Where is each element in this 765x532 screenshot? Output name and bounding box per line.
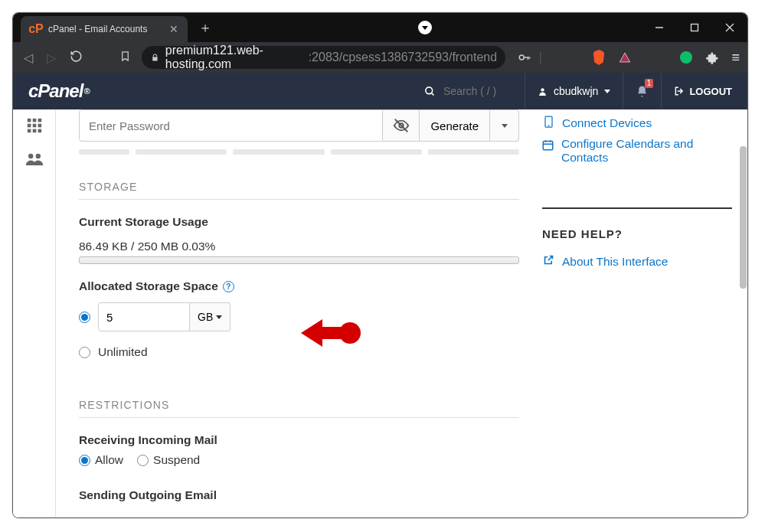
storage-section-title: STORAGE xyxy=(79,181,519,200)
logout-icon xyxy=(674,86,685,96)
allocated-unlimited-radio[interactable] xyxy=(79,347,90,358)
window-maximize-button[interactable] xyxy=(677,13,712,42)
bookmark-icon[interactable] xyxy=(116,47,134,68)
nav-reload-button[interactable] xyxy=(67,47,86,69)
svg-point-18 xyxy=(35,154,40,158)
password-input[interactable] xyxy=(79,109,383,142)
svg-rect-10 xyxy=(38,119,41,122)
generate-options-button[interactable] xyxy=(490,109,519,142)
allocated-unit-select[interactable]: GB xyxy=(190,302,230,331)
about-interface-link[interactable]: About This Interface xyxy=(542,254,732,269)
tab-close-icon[interactable]: ✕ xyxy=(169,23,178,35)
header-search[interactable] xyxy=(424,85,512,97)
generate-button[interactable]: Generate xyxy=(420,109,490,142)
suspend-label: Suspend xyxy=(153,453,200,467)
browser-tab[interactable]: cP cPanel - Email Accounts ✕ xyxy=(21,16,188,42)
receiving-allow-radio[interactable] xyxy=(79,455,90,466)
user-icon xyxy=(538,86,548,96)
sidebar xyxy=(13,109,56,517)
extensions-icon[interactable] xyxy=(705,51,719,64)
cpanel-header: cPanel® cbudkwjn 1 LOGOUT xyxy=(13,73,747,109)
sidebar-grid-icon[interactable] xyxy=(26,117,43,138)
calendar-icon xyxy=(542,139,554,154)
allocated-custom-radio[interactable] xyxy=(79,312,90,323)
svg-rect-1 xyxy=(691,24,698,31)
current-usage-label: Current Storage Usage xyxy=(79,215,519,229)
sidebar-users-icon[interactable] xyxy=(25,152,44,171)
svg-point-4 xyxy=(519,55,524,60)
allow-label: Allow xyxy=(95,453,123,467)
user-menu[interactable]: cbudkwjn xyxy=(525,73,623,109)
unlimited-label: Unlimited xyxy=(98,345,148,359)
window-minimize-button[interactable] xyxy=(642,13,677,42)
svg-point-7 xyxy=(541,88,544,91)
url-bar[interactable]: premium121.web-hosting.com:2083/cpsess13… xyxy=(142,46,505,69)
need-help-heading: NEED HELP? xyxy=(542,227,732,240)
svg-rect-8 xyxy=(27,119,31,122)
url-host: premium121.web-hosting.com xyxy=(165,44,302,71)
browser-address-bar: ◁ ▷ premium121.web-hosting.com:2083/cpse… xyxy=(13,42,747,73)
receiving-suspend-radio[interactable] xyxy=(137,455,149,466)
nav-forward-button[interactable]: ▷ xyxy=(44,47,59,68)
mobile-icon xyxy=(542,116,554,131)
right-panel: Connect Devices Configure Calendars and … xyxy=(542,109,747,517)
svg-rect-9 xyxy=(32,119,36,122)
brave-shield-icon[interactable] xyxy=(592,51,606,64)
key-icon[interactable] xyxy=(518,51,531,64)
cpanel-favicon-icon: cP xyxy=(30,23,42,35)
nav-back-button[interactable]: ◁ xyxy=(21,47,36,68)
url-path: :2083/cpsess1386732593/frontend/pap… xyxy=(309,51,496,64)
username: cbudkwjn xyxy=(554,85,598,97)
connect-devices-link[interactable]: Connect Devices xyxy=(542,116,732,131)
svg-rect-15 xyxy=(32,129,36,133)
sending-mail-label: Sending Outgoing Email xyxy=(79,488,519,502)
lock-icon xyxy=(151,53,159,63)
svg-rect-16 xyxy=(38,129,41,133)
extension-green-icon[interactable] xyxy=(679,51,693,64)
external-link-icon xyxy=(542,254,554,269)
notification-badge: 1 xyxy=(645,79,654,88)
browser-menu-icon[interactable]: ≡ xyxy=(731,50,740,66)
logout-button[interactable]: LOGOUT xyxy=(662,86,732,97)
password-strength-meter xyxy=(79,149,519,155)
search-input[interactable] xyxy=(443,85,512,97)
svg-line-6 xyxy=(431,93,433,95)
triangle-icon[interactable] xyxy=(618,51,632,64)
usage-progress-bar xyxy=(79,256,519,264)
svg-rect-25 xyxy=(543,142,553,150)
current-usage-value: 86.49 KB / 250 MB 0.03% xyxy=(79,240,519,253)
new-tab-button[interactable]: ＋ xyxy=(198,18,212,37)
svg-rect-11 xyxy=(27,124,31,128)
svg-point-17 xyxy=(28,154,33,158)
receiving-mail-label: Receiving Incoming Mail xyxy=(79,433,519,447)
restrictions-section-title: RESTRICTIONS xyxy=(79,399,519,418)
notifications-button[interactable]: 1 xyxy=(623,73,662,109)
svg-point-5 xyxy=(426,86,433,93)
toggle-visibility-button[interactable] xyxy=(383,109,420,142)
chevron-down-circle-icon[interactable] xyxy=(418,21,432,34)
svg-rect-14 xyxy=(27,129,31,133)
svg-rect-13 xyxy=(38,124,41,128)
allocated-size-input[interactable] xyxy=(98,302,190,331)
main-content: Generate STORAGE Current Storage Usage 8… xyxy=(56,109,542,517)
cpanel-logo[interactable]: cPanel® xyxy=(28,80,90,102)
window-close-button[interactable] xyxy=(712,13,747,42)
scrollbar[interactable] xyxy=(740,146,747,289)
help-icon[interactable]: ? xyxy=(223,281,234,292)
eye-slash-icon xyxy=(393,117,410,134)
caret-down-icon xyxy=(216,315,222,319)
configure-calendars-link[interactable]: Configure Calendars and Contacts xyxy=(542,137,732,165)
svg-rect-12 xyxy=(32,124,36,128)
user-caret-icon xyxy=(604,90,610,93)
browser-titlebar: cP cPanel - Email Accounts ✕ ＋ xyxy=(13,13,747,42)
allocated-storage-label: Allocated Storage Space ? xyxy=(79,279,519,293)
search-icon xyxy=(424,86,436,97)
tab-title: cPanel - Email Accounts xyxy=(48,24,163,34)
